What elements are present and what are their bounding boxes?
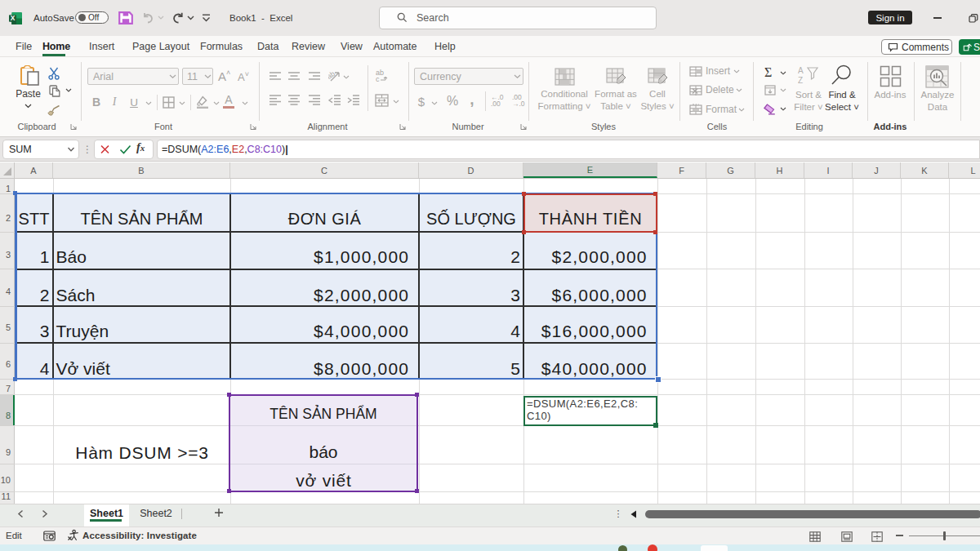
svg-text:c: c [376, 75, 380, 82]
svg-text:X: X [11, 14, 16, 22]
svg-text:A: A [798, 66, 804, 75]
svg-text:Z: Z [798, 76, 803, 85]
